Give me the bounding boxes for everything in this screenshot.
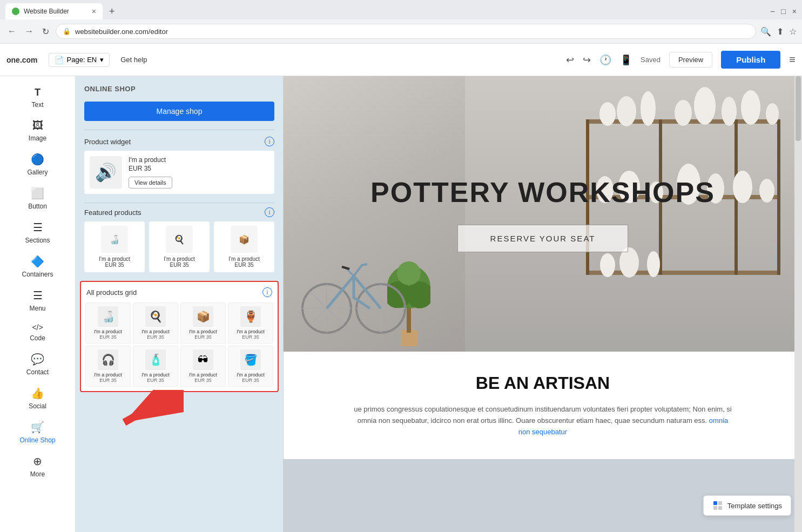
page-icon: 📄 (55, 56, 64, 64)
app-header: one.com 📄 Page: EN ▾ Get help ↩ ↪ 🕐 📱 Sa… (0, 44, 802, 76)
online-shop-panel: ONLINE SHOP Manage shop Product widget i… (76, 76, 284, 532)
sidebar-item-sections[interactable]: ☰ Sections (0, 216, 75, 250)
svg-line-1 (124, 395, 173, 422)
new-tab-btn[interactable]: + (106, 6, 118, 17)
featured-products-list: 🍶 I'm a product EUR 35 🍳 I'm a product E… (76, 221, 283, 281)
maximize-icon[interactable]: □ (781, 7, 785, 16)
get-help-btn[interactable]: Get help (116, 53, 151, 66)
all-products-grid-section: All products grid i 🍶 I'm a product EUR … (80, 281, 279, 392)
svg-rect-42 (713, 501, 717, 505)
menu-icon: ☰ (33, 289, 43, 302)
grid-price-5: EUR 35 (89, 378, 127, 383)
sidebar-item-more[interactable]: ⊕ More (0, 449, 75, 483)
canvas-scroll[interactable]: POTTERY WORKSHOPS RESERVE YOUR SEAT BE A… (284, 76, 802, 532)
view-details-btn[interactable]: View details (129, 177, 172, 188)
artisan-body-text: ue primos congressus copulationesque et … (354, 404, 732, 437)
back-btn[interactable]: ← (5, 24, 18, 38)
grid-name-4: I'm a product (232, 329, 269, 334)
grid-price-1: EUR 35 (89, 334, 127, 340)
all-products-info-icon[interactable]: i (262, 287, 272, 297)
product-thumbnail: 🔊 (90, 156, 122, 188)
grid-img-4: 🏺 (240, 306, 261, 327)
lock-icon: 🔒 (63, 28, 71, 35)
user-icon[interactable]: ≡ (789, 53, 796, 66)
grid-img-8: 🪣 (240, 349, 261, 370)
sidebar-label-online-shop: Online Shop (19, 436, 55, 444)
grid-product-4: 🏺 I'm a product EUR 35 (228, 302, 273, 344)
mobile-preview-icon[interactable]: 📱 (620, 54, 632, 66)
sidebar-item-image[interactable]: 🖼 Image (0, 114, 75, 147)
close-icon[interactable]: × (792, 7, 797, 16)
sidebar-item-social[interactable]: 👍 Social (0, 381, 75, 415)
redo-icon[interactable]: ↪ (583, 54, 591, 66)
manage-shop-btn[interactable]: Manage shop (84, 102, 274, 121)
zoom-icon[interactable]: 🔍 (760, 26, 771, 37)
reload-btn[interactable]: ↻ (40, 24, 51, 39)
feat-img-3: 📦 (231, 226, 258, 253)
grid-price-4: EUR 35 (232, 334, 269, 340)
sidebar-item-online-shop[interactable]: 🛒 Online Shop (0, 415, 75, 449)
page-selector[interactable]: 📄 Page: EN ▾ (49, 53, 110, 67)
history-icon[interactable]: 🕐 (599, 54, 611, 66)
one-com-logo: one.com (6, 56, 38, 64)
sidebar-item-gallery[interactable]: 🔵 Gallery (0, 147, 75, 181)
sidebar-item-button[interactable]: ⬜ Button (0, 181, 75, 216)
template-icon (712, 500, 723, 511)
grid-product-2: 🍳 I'm a product EUR 35 (133, 302, 178, 344)
grid-product-1: 🍶 I'm a product EUR 35 (85, 302, 131, 344)
all-products-header: All products grid i (81, 282, 278, 300)
grid-price-7: EUR 35 (184, 378, 222, 383)
sidebar-item-code[interactable]: </> Code (0, 318, 75, 347)
sidebar-item-text[interactable]: T Text (0, 82, 75, 114)
grid-product-6: 🧴 I'm a product EUR 35 (133, 346, 178, 387)
publish-btn[interactable]: Publish (721, 51, 780, 69)
sidebar-label-code: Code (30, 334, 45, 342)
address-bar[interactable]: 🔒 websitebuilder.one.com/editor (56, 24, 756, 39)
grid-product-8: 🪣 I'm a product EUR 35 (228, 346, 273, 387)
hero-cta-btn[interactable]: RESERVE YOUR SEAT (457, 225, 629, 252)
tab-close-btn[interactable]: × (92, 7, 96, 16)
feat-name-2: I'm a product (153, 256, 205, 262)
containers-icon: 🔷 (31, 255, 44, 268)
sidebar-item-containers[interactable]: 🔷 Containers (0, 250, 75, 284)
browser-nav-icons: 🔍 ⬆ ☆ (760, 26, 797, 37)
grid-name-6: I'm a product (137, 372, 174, 378)
all-products-grid: 🍶 I'm a product EUR 35 🍳 I'm a product E… (81, 300, 278, 391)
feat-name-3: I'm a product (218, 256, 270, 262)
template-settings-btn[interactable]: Template settings (703, 495, 791, 516)
sidebar-label-text: Text (31, 101, 43, 109)
hero-section: POTTERY WORKSHOPS RESERVE YOUR SEAT (284, 76, 802, 352)
hero-title: POTTERY WORKSHOPS (370, 176, 715, 208)
product-info: I'm a product EUR 35 View details (129, 156, 269, 188)
share-icon[interactable]: ⬆ (777, 26, 784, 37)
left-sidebar: T Text 🖼 Image 🔵 Gallery ⬜ Button ☰ Sect… (0, 76, 76, 532)
sidebar-item-menu[interactable]: ☰ Menu (0, 284, 75, 318)
grid-name-7: I'm a product (184, 372, 222, 378)
image-icon: 🖼 (32, 119, 43, 132)
header-tools: ↩ ↪ 🕐 📱 Saved Preview Publish ≡ (566, 51, 796, 69)
sidebar-item-contact[interactable]: 💬 Contact (0, 347, 75, 381)
bookmark-icon[interactable]: ☆ (789, 26, 797, 37)
feat-price-2: EUR 35 (153, 262, 205, 268)
browser-tab[interactable]: Website Builder × (5, 3, 103, 19)
feat-img-1: 🍶 (101, 226, 128, 253)
sidebar-label-image: Image (29, 134, 46, 142)
featured-product-3: 📦 I'm a product EUR 35 (214, 221, 274, 272)
gallery-icon: 🔵 (31, 153, 44, 166)
sidebar-label-sections: Sections (25, 237, 50, 244)
scrollbar-thumb[interactable] (796, 76, 801, 141)
grid-img-7: 🕶 (193, 349, 213, 370)
svg-rect-45 (718, 506, 722, 510)
scrollbar-track[interactable] (794, 76, 802, 532)
grid-img-1: 🍶 (98, 306, 118, 327)
forward-btn[interactable]: → (23, 24, 36, 38)
grid-img-5: 🎧 (98, 349, 118, 370)
grid-img-2: 🍳 (145, 306, 166, 327)
minimize-icon[interactable]: − (770, 7, 774, 16)
undo-icon[interactable]: ↩ (566, 54, 574, 66)
preview-btn[interactable]: Preview (669, 52, 712, 68)
product-widget-info-icon[interactable]: i (265, 137, 274, 146)
tab-title: Website Builder (24, 8, 69, 15)
grid-price-3: EUR 35 (184, 334, 222, 340)
featured-info-icon[interactable]: i (265, 207, 274, 217)
